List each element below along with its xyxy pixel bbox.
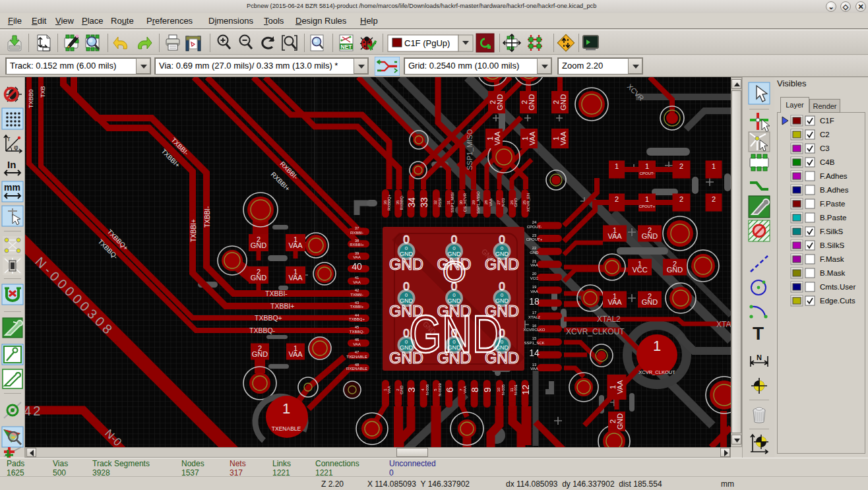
svg-text:GND: GND: [389, 256, 423, 273]
svg-text:9: 9: [482, 387, 493, 392]
svg-text:0: 0: [403, 233, 409, 246]
svg-text:VAA: VAA: [463, 386, 467, 394]
svg-text:XTAL2: XTAL2: [528, 315, 541, 319]
svg-text:Cmts.User: Cmts.User: [820, 283, 855, 291]
svg-text:TXBBQ+: TXBBQ+: [349, 317, 365, 321]
svg-text:N-005: N-005: [501, 384, 505, 395]
svg-text:1: 1: [282, 400, 290, 417]
svg-text:GND: GND: [514, 198, 518, 207]
svg-text:TXBBI-: TXBBI-: [204, 206, 211, 228]
svg-text:CS_XCVR: CS_XCVR: [463, 193, 467, 212]
svg-text:C3: C3: [820, 144, 830, 152]
svg-text:1: 1: [653, 338, 661, 354]
svg-text:11: 11: [510, 387, 514, 392]
svg-text:In: In: [7, 159, 16, 170]
svg-text:TXBBQ-: TXBBQ-: [249, 326, 276, 334]
svg-text:TXENABLE: TXENABLE: [272, 425, 301, 432]
svg-text:SSP1_MISO: SSP1_MISO: [476, 191, 480, 214]
svg-text:C1F (PgUp): C1F (PgUp): [404, 38, 450, 48]
svg-text:RSSI: RSSI: [438, 198, 442, 207]
svg-text:XCVR_CLKOUT: XCVR_CLKOUT: [566, 327, 625, 336]
svg-text:O: O: [443, 255, 466, 289]
svg-text:8: 8: [470, 387, 480, 392]
svg-text:RXENABLE: RXENABLE: [346, 367, 367, 371]
svg-text:F.SilkS: F.SilkS: [820, 228, 843, 235]
svg-text:15: 15: [532, 336, 537, 340]
svg-text:φ: φ: [14, 144, 18, 151]
svg-text:SSP1_MISO: SSP1_MISO: [466, 129, 474, 170]
svg-text:0: 0: [499, 233, 505, 246]
svg-text:25: 25: [522, 200, 526, 204]
svg-text:0: 0: [499, 280, 505, 293]
svg-text:38: 38: [355, 239, 359, 243]
svg-text:T: T: [753, 323, 764, 344]
svg-text:28: 28: [484, 200, 488, 204]
svg-text:N-03: N-03: [501, 198, 505, 207]
svg-text:SSP1_MISI: SSP1_MISI: [450, 192, 454, 212]
svg-text:TXB: TXB: [40, 86, 46, 98]
svg-text:C2: C2: [820, 131, 830, 138]
svg-text:r: r: [8, 135, 11, 142]
svg-text:40: 40: [352, 261, 362, 272]
svg-text:SSP1_SCK: SSP1_SCK: [524, 341, 544, 345]
svg-text:2: 2: [679, 195, 683, 203]
svg-text:RXBBQ-: RXBBQ-: [400, 195, 404, 210]
svg-text:46: 46: [355, 338, 359, 342]
svg-text:48: 48: [355, 363, 359, 367]
svg-text:TXBB0: TXBB0: [28, 89, 34, 108]
svg-text:14: 14: [529, 348, 540, 358]
svg-text:22: 22: [532, 246, 537, 250]
svg-text:24: 24: [532, 220, 537, 224]
svg-text:1: 1: [712, 162, 716, 170]
svg-text:32: 32: [433, 200, 437, 204]
svg-text:B.SilkS: B.SilkS: [820, 241, 844, 249]
svg-text:VAA: VAA: [353, 280, 361, 284]
svg-text:XCVR_EN: XCVR_EN: [526, 193, 530, 212]
svg-text:44: 44: [355, 313, 359, 317]
svg-text:VAA: VAA: [530, 290, 538, 293]
svg-text:42: 42: [355, 288, 359, 292]
svg-text:0: 0: [403, 280, 409, 293]
svg-text:XTAL2: XTAL2: [597, 315, 621, 324]
svg-text:TXBBI+: TXBBI+: [270, 302, 294, 310]
svg-text:41: 41: [355, 276, 359, 280]
svg-text:2: 2: [679, 162, 683, 170]
svg-text:35: 35: [396, 200, 400, 204]
svg-text:23: 23: [532, 233, 537, 237]
svg-text:C1F: C1F: [820, 117, 834, 125]
svg-text:VAA: VAA: [530, 263, 538, 267]
svg-text:TXBBI-: TXBBI-: [265, 290, 288, 297]
svg-text:39: 39: [355, 251, 359, 255]
svg-text:TXBBQ-: TXBBQ-: [350, 330, 364, 334]
svg-text:VCC: VCC: [530, 276, 539, 280]
svg-text:VAA: VAA: [530, 367, 538, 371]
svg-text:31: 31: [447, 200, 450, 204]
svg-text:N-0029: N-0029: [438, 383, 442, 396]
svg-text:mm: mm: [4, 182, 20, 193]
svg-text:N-008: N-008: [425, 384, 429, 395]
svg-text:20: 20: [532, 272, 537, 276]
svg-text:26: 26: [510, 200, 514, 204]
svg-text:34: 34: [406, 197, 417, 208]
svg-text:XTAL: XTAL: [716, 320, 731, 329]
svg-text:0: 0: [451, 233, 457, 246]
svg-text:842: 842: [25, 404, 42, 418]
svg-text:VAA: VAA: [387, 386, 391, 394]
svg-text:B.Mask: B.Mask: [820, 269, 846, 277]
svg-text:F.Mask: F.Mask: [820, 255, 844, 263]
svg-text:N-001: N-001: [514, 384, 518, 395]
svg-text:VAA: VAA: [353, 255, 361, 259]
svg-text:CPOUT+: CPOUT+: [526, 237, 543, 241]
svg-text:2: 2: [615, 195, 619, 203]
svg-text:TXBBI+: TXBBI+: [190, 219, 197, 242]
svg-text:37: 37: [355, 226, 359, 230]
svg-text:C4B: C4B: [820, 158, 835, 166]
svg-text:RXBBI-: RXBBI-: [350, 231, 363, 235]
svg-text:Edge.Cuts: Edge.Cuts: [820, 297, 855, 305]
svg-text:36: 36: [383, 200, 387, 204]
svg-text:TXBBI+: TXBBI+: [350, 305, 364, 309]
svg-text:12: 12: [520, 384, 531, 395]
svg-text:10: 10: [497, 387, 501, 392]
svg-text:F.Paste: F.Paste: [820, 200, 845, 208]
svg-text:33: 33: [419, 197, 429, 208]
